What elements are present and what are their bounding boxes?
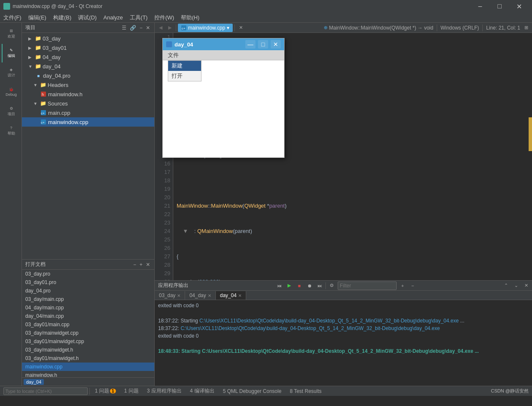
- open-docs-title: 打开文档: [25, 261, 131, 268]
- sidebar-item-help[interactable]: ? 帮助: [2, 122, 20, 140]
- float-close[interactable]: ✕: [271, 40, 281, 49]
- project-panel-header: 项目 ☰ 🔗 − ✕: [22, 23, 154, 33]
- close-tab-day_04[interactable]: ✕: [238, 293, 242, 298]
- run-to-end[interactable]: ⏭: [315, 281, 324, 290]
- output-expand[interactable]: ⌄: [512, 281, 520, 290]
- menu-tools[interactable]: 工具(T): [126, 13, 151, 22]
- dropdown-item-new[interactable]: 新建: [168, 61, 201, 71]
- output-path-link-2[interactable]: C:\Users\XCL11\Desktop\QtCode\day\build-…: [180, 325, 440, 331]
- tree-item-main-cpp[interactable]: c+ main.cpp: [22, 108, 154, 117]
- open-docs-close[interactable]: ✕: [145, 261, 151, 268]
- bottom-tab-app-output[interactable]: 3 应用程序输出: [144, 387, 185, 396]
- menu-analyze[interactable]: Analyze: [100, 13, 126, 22]
- close-tab-button[interactable]: ✕: [236, 24, 245, 32]
- filter-input-wrap[interactable]: [338, 281, 397, 290]
- list-item[interactable]: 03_day.pro: [22, 270, 154, 278]
- output-collapse[interactable]: ⌃: [502, 281, 510, 290]
- record-button[interactable]: ⏺: [305, 281, 314, 290]
- bottom-tab-compile[interactable]: 4 编译输出: [187, 387, 218, 396]
- menu-file[interactable]: 文件(F): [0, 13, 25, 22]
- list-item[interactable]: 03_day/mainwidget.h: [22, 346, 154, 354]
- tree-item-mainwindow-h[interactable]: h mainwindow.h: [22, 89, 154, 99]
- position-label: Line: 21, Col: 1: [486, 25, 520, 31]
- menu-debug[interactable]: 调试(D): [75, 13, 100, 22]
- bottom-tab-search[interactable]: 1 问题: [121, 387, 142, 396]
- project-icon: ⚙: [10, 106, 13, 111]
- code-line-10: resize(300,200);: [177, 278, 529, 280]
- output-toolbar: 应用程序输出 ⏮ ▶ ■ ⏺ ⏭ ⚙ + − ⌃ ⌄ ✕: [155, 281, 532, 291]
- output-tab-03_day[interactable]: 03_day ✕: [155, 291, 185, 300]
- remove-output-button[interactable]: −: [408, 281, 417, 290]
- close-button[interactable]: ✕: [509, 0, 529, 13]
- list-item[interactable]: 03_day/main.cpp: [22, 295, 154, 303]
- output-line: exited with code 0: [158, 302, 529, 309]
- list-item[interactable]: 03_day01/mainwidget.cpp: [22, 337, 154, 346]
- output-tab-day_04[interactable]: day_04 ✕: [216, 291, 246, 300]
- tree-item-sources[interactable]: ▼ 📁 Sources: [22, 99, 154, 108]
- menu-edit[interactable]: 编辑(E): [25, 13, 50, 22]
- bottom-tab-qml[interactable]: 5 QML Debugger Console: [220, 387, 285, 396]
- sidebar-item-edit[interactable]: ✎ 编辑: [2, 44, 20, 62]
- tab-dropdown-icon[interactable]: ▾: [227, 25, 229, 31]
- status-bar: 1 问题 1 1 问题 3 应用程序输出 4 编译输出 5 QML Debugg…: [0, 386, 532, 396]
- close-panel-icon[interactable]: ✕: [145, 24, 151, 32]
- sidebar-item-welcome[interactable]: ⊞ 欢迎: [2, 24, 20, 43]
- editor-file-tab[interactable]: c+ mainwindow.cpp ▾: [178, 24, 233, 32]
- sidebar-item-debug[interactable]: 🐞 Debug: [2, 83, 20, 101]
- list-item[interactable]: 03_day01/main.cpp: [22, 320, 154, 329]
- list-item[interactable]: 04_day/main.cpp: [22, 303, 154, 312]
- list-item-active[interactable]: mainwindow.cpp: [22, 363, 154, 371]
- cpp-tab-icon: c+: [181, 25, 186, 30]
- minimize-button[interactable]: –: [470, 0, 490, 13]
- menu-controls[interactable]: 控件(W): [151, 13, 177, 22]
- bottom-tab-tests[interactable]: 8 Test Results: [287, 387, 325, 396]
- maximize-button[interactable]: □: [490, 0, 509, 13]
- tree-item-day04-pro[interactable]: ■ day_04.pro: [22, 71, 154, 80]
- add-output-button[interactable]: +: [398, 281, 407, 290]
- output-path-link[interactable]: C:\Users\XCL11\Desktop\QtCode\day\build-…: [199, 318, 459, 324]
- open-docs-collapse[interactable]: −: [132, 261, 137, 268]
- tree-item-day_04[interactable]: ▼ 📁 day_04: [22, 62, 154, 71]
- menu-build[interactable]: 构建(B): [50, 13, 75, 22]
- tree-item-03_day01[interactable]: ▶ 📁 03_day01: [22, 43, 154, 52]
- run-button[interactable]: ▶: [285, 281, 293, 290]
- file-tree: ▶ 📁 03_day ▶ 📁 03_day01 ▶ 📁 04_day ▼ 📁: [22, 33, 154, 259]
- close-tab-03_day[interactable]: ✕: [177, 293, 180, 298]
- list-item[interactable]: mainwindow.h: [22, 371, 154, 377]
- tree-item-headers[interactable]: ▼ 📁 Headers: [22, 80, 154, 89]
- collapse-icon[interactable]: −: [139, 24, 143, 32]
- locate-input-wrap[interactable]: [3, 387, 88, 395]
- dropdown-item-open[interactable]: 打开: [168, 71, 201, 81]
- list-item[interactable]: day_04/main.cpp: [22, 312, 154, 320]
- float-menu-file[interactable]: 文件: [164, 50, 182, 60]
- menu-help[interactable]: 帮助(H): [177, 13, 203, 22]
- link-icon[interactable]: 🔗: [129, 24, 137, 32]
- icon-bar: ⊞ 欢迎 ✎ 编辑 ◈ 设计 🐞 Debug ⚙ 项目 ? 帮助: [0, 23, 22, 386]
- list-item[interactable]: 03_day/mainwidget.cpp: [22, 329, 154, 337]
- list-item[interactable]: 03_day01/mainwidget.h: [22, 354, 154, 363]
- open-docs-expand[interactable]: +: [139, 261, 143, 268]
- sidebar-item-design[interactable]: ◈ 设计: [2, 63, 20, 82]
- output-close[interactable]: ✕: [522, 281, 530, 290]
- back-button[interactable]: ◀: [156, 24, 165, 32]
- design-icon: ◈: [10, 68, 13, 72]
- locate-input[interactable]: [5, 389, 86, 394]
- close-tab-04_day[interactable]: ✕: [208, 293, 211, 298]
- tree-item-mainwindow-cpp[interactable]: c+ mainwindow.cpp: [22, 117, 154, 127]
- run-to-start[interactable]: ⏮: [275, 281, 283, 290]
- sidebar-item-project[interactable]: ⚙ 项目: [2, 102, 20, 121]
- filter-input[interactable]: [340, 283, 395, 289]
- expand-button[interactable]: ⊞: [522, 24, 530, 32]
- tree-item-04_day[interactable]: ▶ 📁 04_day: [22, 52, 154, 62]
- output-tab-04_day[interactable]: 04_day ✕: [185, 291, 215, 300]
- forward-button[interactable]: ▶: [166, 24, 174, 32]
- float-maximize[interactable]: □: [258, 40, 268, 49]
- tree-item-03_day[interactable]: ▶ 📁 03_day: [22, 34, 154, 43]
- bottom-tab-problems[interactable]: 1 问题 1: [91, 387, 119, 396]
- settings-button[interactable]: ⚙: [328, 281, 336, 290]
- filter-icon[interactable]: ☰: [121, 24, 127, 32]
- stop-button[interactable]: ■: [295, 281, 304, 290]
- list-item[interactable]: 03_day01.pro: [22, 278, 154, 287]
- float-minimize[interactable]: —: [245, 40, 255, 49]
- list-item[interactable]: day_04.pro: [22, 287, 154, 295]
